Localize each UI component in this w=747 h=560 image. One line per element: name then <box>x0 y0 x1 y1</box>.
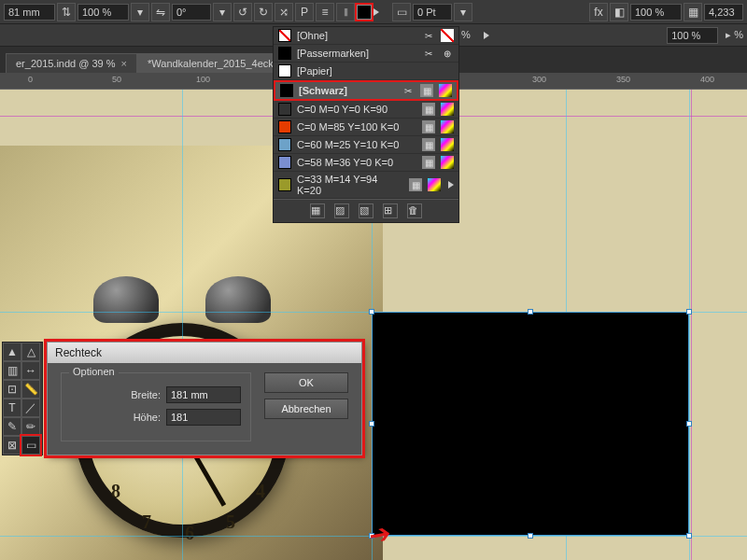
swatch-item[interactable]: C=58 M=36 Y=0 K=0▦ <box>274 154 458 172</box>
swatch-item[interactable]: C=33 M=14 Y=94 K=20▦ <box>274 172 458 199</box>
content-tool[interactable]: ⊡ <box>3 380 21 399</box>
chevron-down-icon[interactable]: ▾ <box>213 3 232 21</box>
rotate-cw-icon[interactable]: ↻ <box>254 3 273 21</box>
swatch-label: C=58 M=36 Y=0 K=0 <box>297 157 416 168</box>
width-label: Breite: <box>114 389 161 400</box>
swatch-item[interactable]: C=0 M=0 Y=0 K=90▦ <box>274 101 458 119</box>
new-swatch-icon[interactable]: ⊞ <box>383 203 398 218</box>
page-tool[interactable]: ▥ <box>3 361 21 380</box>
ok-button[interactable]: OK <box>264 372 348 393</box>
rectangle-tool[interactable]: ▭ <box>21 436 40 455</box>
control-toolbar: ⇅ ▾ ⇋ ▾ ↺ ↻ ⤮ P ≡ ⦀ ▭ ▾ fx ◧ ▦ <box>0 0 747 24</box>
align-icon[interactable]: ≡ <box>316 3 334 21</box>
distribute-icon[interactable]: ⦀ <box>336 3 355 21</box>
resize-handle[interactable] <box>686 309 692 315</box>
dialog-title: Rechteck <box>48 343 361 363</box>
size-field[interactable] <box>4 4 55 21</box>
flip-h-icon[interactable]: ⇋ <box>151 3 170 21</box>
pen-tool[interactable]: ✎ <box>3 417 21 436</box>
swatch-label: C=60 M=25 Y=10 K=0 <box>297 139 416 150</box>
swatch-chip <box>278 120 291 133</box>
scissors-icon: ✂ <box>422 29 435 42</box>
swatch-label: [Ohne] <box>297 30 416 41</box>
swatch-chip <box>278 138 291 151</box>
ruler-tool[interactable]: 📏 <box>21 380 40 399</box>
stroke-weight-field[interactable] <box>413 4 452 21</box>
zoom-field-2[interactable] <box>630 4 682 21</box>
resize-handle[interactable] <box>369 309 374 315</box>
chevron-down-icon[interactable]: ▾ <box>131 3 149 21</box>
rotate-ccw-icon[interactable]: ↺ <box>233 3 252 21</box>
frame-tool[interactable]: ⊠ <box>3 436 21 455</box>
more-arrow-icon[interactable] <box>448 181 454 189</box>
p-icon[interactable]: P <box>295 3 314 21</box>
height-label: Höhe: <box>114 412 161 423</box>
percent-arrow-icon[interactable]: ▸ % <box>726 29 743 41</box>
show-color-icon[interactable]: ▨ <box>334 203 349 218</box>
zoom-field-3[interactable] <box>667 27 718 44</box>
resize-handle[interactable] <box>686 421 692 427</box>
swatch-chip <box>278 47 291 60</box>
swatch-chip <box>278 156 291 169</box>
tab-label: *Wandkalender_2015_4eck... <box>148 58 282 69</box>
swatch-chip <box>280 84 293 97</box>
swatches-footer: ▦ ▨ ▧ ⊞ 🗑 <box>274 199 458 222</box>
type-tool[interactable]: T <box>3 399 21 417</box>
zoom-field-1[interactable] <box>78 4 129 21</box>
show-gradient-icon[interactable]: ▧ <box>359 203 374 218</box>
swatch-label: [Passermarken] <box>297 48 416 59</box>
swatch-item[interactable]: C=0 M=85 Y=100 K=0▦ <box>274 119 458 136</box>
swatch-label: C=33 M=14 Y=94 K=20 <box>297 174 403 196</box>
resize-handle[interactable] <box>528 533 533 539</box>
flip-icon[interactable]: ⤮ <box>275 3 293 21</box>
tab-doc-1[interactable]: er_2015.indd @ 39 %× <box>6 53 137 73</box>
line-tool[interactable]: ／ <box>21 399 40 417</box>
cmyk-icon <box>439 84 452 97</box>
chevron-down-icon[interactable]: ▾ <box>454 3 472 21</box>
link-icon[interactable]: ⇅ <box>57 3 76 21</box>
opacity-icon[interactable]: ◧ <box>610 3 628 21</box>
rotate-field[interactable] <box>172 4 211 21</box>
fx-icon[interactable]: fx <box>589 3 608 21</box>
registration-icon: ⊕ <box>441 47 454 60</box>
swatch-label: C=0 M=85 Y=100 K=0 <box>297 121 416 133</box>
guide[interactable] <box>689 90 690 560</box>
margin-guide <box>691 90 692 560</box>
show-all-icon[interactable]: ▦ <box>310 203 325 218</box>
direct-selection-tool[interactable]: △ <box>21 343 40 361</box>
swatch-none[interactable]: [Ohne] ✂ <box>274 27 458 45</box>
swatch-label: C=0 M=0 Y=0 K=90 <box>297 104 416 115</box>
cancel-button[interactable]: Abbrechen <box>264 399 348 419</box>
scissors-icon: ✂ <box>402 84 415 97</box>
resize-handle[interactable] <box>369 421 374 427</box>
swatch-paper[interactable]: [Papier] <box>274 63 458 80</box>
fill-color-menu-arrow[interactable] <box>374 8 379 16</box>
swatch-label: [Schwarz] <box>299 85 396 96</box>
swatch-label: [Papier] <box>297 65 454 77</box>
swatch-registration[interactable]: [Passermarken] ✂ ⊕ <box>274 45 458 63</box>
width-field[interactable] <box>166 386 241 403</box>
delete-swatch-icon[interactable]: 🗑 <box>407 203 422 218</box>
close-icon[interactable]: × <box>121 58 127 69</box>
coord-field[interactable] <box>704 4 743 21</box>
swatch-black[interactable]: [Schwarz] ✂ ▦ <box>274 80 458 101</box>
resize-handle[interactable] <box>686 533 692 539</box>
selection-tool[interactable]: ▲ <box>3 343 21 361</box>
gap-tool[interactable]: ↔ <box>21 361 40 380</box>
process-icon: ▦ <box>420 84 433 97</box>
resize-handle[interactable] <box>528 309 533 315</box>
rectangle-frame[interactable] <box>372 312 689 536</box>
scissors-icon: ✂ <box>422 47 435 60</box>
guide[interactable] <box>182 90 183 560</box>
height-field[interactable] <box>166 409 241 426</box>
panel-menu-arrow[interactable] <box>484 32 489 39</box>
swatch-item[interactable]: C=60 M=25 Y=10 K=0▦ <box>274 136 458 154</box>
tools-panel: ▲ △ ▥ ↔ ⊡ 📏 T ／ ✎ ✏ ⊠ ▭ <box>2 342 43 455</box>
stroke-icon[interactable]: ▭ <box>392 3 411 21</box>
rectangle-dialog: Rechteck Optionen Breite: Höhe: OK Abbre… <box>47 342 362 455</box>
fill-color-swatch[interactable] <box>357 5 372 20</box>
grid-icon[interactable]: ▦ <box>684 3 702 21</box>
swatch-chip <box>278 178 291 191</box>
pencil-tool[interactable]: ✏ <box>21 417 40 436</box>
swatches-panel: [Ohne] ✂ [Passermarken] ✂ ⊕ [Papier] [Sc… <box>273 26 459 223</box>
